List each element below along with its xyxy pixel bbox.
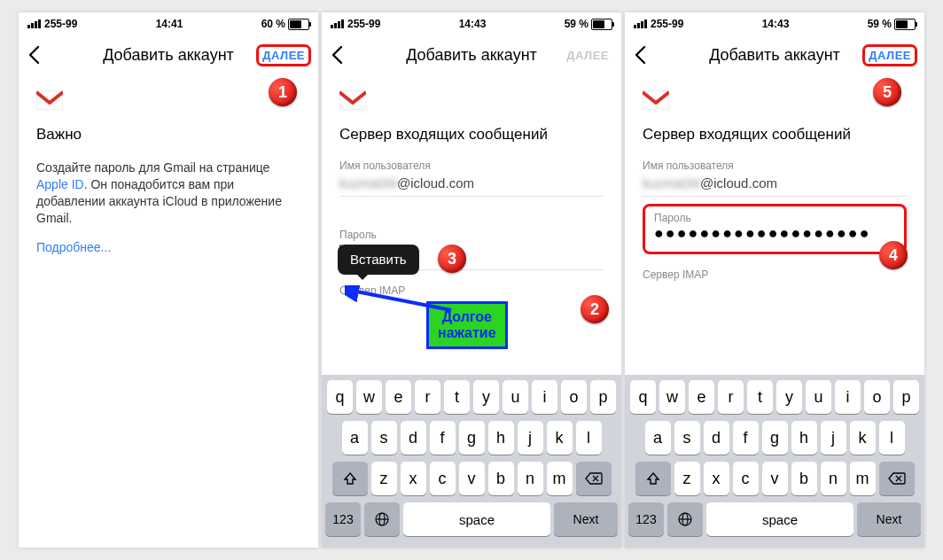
shift-key[interactable] xyxy=(332,462,368,495)
key-t[interactable]: t xyxy=(444,380,470,414)
key-u[interactable]: u xyxy=(806,380,831,414)
carrier: 255-99 xyxy=(651,18,683,30)
key-s[interactable]: s xyxy=(674,421,700,455)
key-f[interactable]: f xyxy=(733,421,759,455)
battery-pct: 59 % xyxy=(868,18,892,30)
battery-pct: 59 % xyxy=(565,18,588,30)
backspace-key[interactable] xyxy=(879,462,915,495)
key-o[interactable]: o xyxy=(561,380,587,414)
key-p[interactable]: p xyxy=(590,380,616,414)
password-field[interactable]: Пароль ●●●●●●●●●●●●●●●●●●● xyxy=(643,204,907,254)
key-b[interactable]: b xyxy=(488,462,514,495)
key-x[interactable]: x xyxy=(401,462,426,495)
carrier: 255-99 xyxy=(44,18,77,30)
keyboard-next-key[interactable]: Next xyxy=(857,502,921,536)
key-a[interactable]: a xyxy=(645,421,671,455)
key-s[interactable]: s xyxy=(371,421,397,455)
key-w[interactable]: w xyxy=(659,380,685,414)
gmail-icon xyxy=(36,90,63,113)
imap-label: Сервер IMAP xyxy=(643,268,907,281)
next-button[interactable]: ДАЛЕЕ xyxy=(561,45,614,66)
battery-icon xyxy=(591,19,612,30)
key-v[interactable]: v xyxy=(762,462,788,495)
key-b[interactable]: b xyxy=(791,462,817,495)
key-o[interactable]: o xyxy=(864,380,890,414)
shift-key[interactable] xyxy=(635,462,671,495)
more-link[interactable]: Подробнее... xyxy=(36,240,111,254)
key-j[interactable]: j xyxy=(518,421,543,455)
signal-icon xyxy=(331,19,344,28)
signal-icon xyxy=(27,19,41,28)
gmail-icon xyxy=(643,90,669,113)
key-v[interactable]: v xyxy=(459,462,485,495)
space-key[interactable]: space xyxy=(403,502,550,536)
key-e[interactable]: e xyxy=(689,380,714,414)
badge-3: 3 xyxy=(438,245,466,273)
key-c[interactable]: c xyxy=(733,462,759,495)
key-k[interactable]: k xyxy=(850,421,876,455)
username-field[interactable]: kuzmat34@icloud.com xyxy=(339,175,604,197)
key-p[interactable]: p xyxy=(893,380,919,414)
key-u[interactable]: u xyxy=(503,380,528,414)
backspace-key[interactable] xyxy=(576,462,612,495)
next-button[interactable]: ДАЛЕЕ xyxy=(256,44,311,66)
password-value: ●●●●●●●●●●●●●●●●●●● xyxy=(654,224,895,243)
key-r[interactable]: r xyxy=(415,380,440,414)
key-x[interactable]: x xyxy=(704,462,729,495)
key-d[interactable]: d xyxy=(704,421,729,455)
key-l[interactable]: l xyxy=(576,421,602,455)
badge-2: 2 xyxy=(581,295,609,323)
badge-4: 4 xyxy=(879,241,908,269)
key-y[interactable]: y xyxy=(473,380,499,414)
key-y[interactable]: y xyxy=(776,380,802,414)
key-z[interactable]: z xyxy=(371,462,397,495)
body-text: Создайте пароль для Gmail на странице Ap… xyxy=(36,159,300,227)
key-q[interactable]: q xyxy=(630,380,656,414)
key-k[interactable]: k xyxy=(547,421,573,455)
key-d[interactable]: d xyxy=(401,421,426,455)
badge-5: 5 xyxy=(873,78,901,106)
back-button[interactable] xyxy=(322,45,352,65)
heading: Важно xyxy=(36,126,300,144)
key-r[interactable]: r xyxy=(718,380,744,414)
status-bar: 255-99 14:41 60 % xyxy=(19,12,318,35)
globe-key[interactable] xyxy=(364,502,400,536)
next-button[interactable]: ДАЛЕЕ xyxy=(862,44,917,66)
signal-icon xyxy=(634,19,647,28)
space-key[interactable]: space xyxy=(706,502,853,536)
key-f[interactable]: f xyxy=(430,421,456,455)
key-n[interactable]: n xyxy=(518,462,543,495)
clock: 14:43 xyxy=(459,18,487,30)
key-m[interactable]: m xyxy=(850,462,876,495)
battery-icon xyxy=(288,19,309,30)
key-h[interactable]: h xyxy=(791,421,817,455)
key-n[interactable]: n xyxy=(821,462,846,495)
key-c[interactable]: c xyxy=(430,462,456,495)
heading: Сервер входящих сообщений xyxy=(339,126,604,144)
key-i[interactable]: i xyxy=(835,380,861,414)
key-l[interactable]: l xyxy=(879,421,905,455)
username-field[interactable]: kuzmat34@icloud.com xyxy=(643,175,907,197)
key-g[interactable]: g xyxy=(459,421,485,455)
username-label: Имя пользователя xyxy=(643,159,907,172)
back-button[interactable] xyxy=(19,45,49,65)
key-w[interactable]: w xyxy=(356,380,382,414)
key-m[interactable]: m xyxy=(547,462,573,495)
paste-menu[interactable]: Вставить xyxy=(338,245,419,275)
key-q[interactable]: q xyxy=(327,380,353,414)
key-i[interactable]: i xyxy=(532,380,557,414)
apple-id-link[interactable]: Apple ID xyxy=(36,177,84,191)
key-j[interactable]: j xyxy=(821,421,846,455)
status-bar: 255-99 14:43 59 % xyxy=(625,12,924,35)
key-e[interactable]: e xyxy=(386,380,411,414)
key-t[interactable]: t xyxy=(747,380,773,414)
back-button[interactable] xyxy=(625,45,655,65)
globe-key[interactable] xyxy=(667,502,703,536)
key-a[interactable]: a xyxy=(342,421,368,455)
key-z[interactable]: z xyxy=(674,462,700,495)
keyboard-next-key[interactable]: Next xyxy=(554,502,618,536)
numbers-key[interactable]: 123 xyxy=(325,502,361,536)
key-h[interactable]: h xyxy=(488,421,514,455)
key-g[interactable]: g xyxy=(762,421,788,455)
numbers-key[interactable]: 123 xyxy=(628,502,664,536)
